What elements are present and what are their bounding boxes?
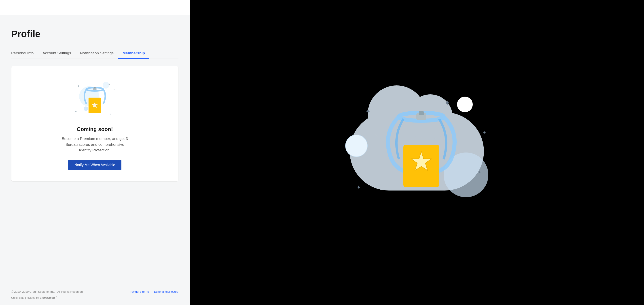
tab-membership[interactable]: Membership [118, 48, 149, 59]
providers-terms-link[interactable]: Provider's terms [128, 290, 150, 293]
right-sparkle-icon-1: ✦ [366, 108, 370, 115]
svg-rect-2 [94, 87, 96, 88]
badge-illustration [79, 83, 110, 116]
footer-links: Provider's terms - Editorial disclosure [128, 290, 178, 293]
transunion-trademark: ® [56, 296, 57, 298]
tab-personal-info[interactable]: Personal Info [11, 48, 38, 59]
big-badge-illustration [379, 103, 464, 198]
footer-separator: - [152, 290, 152, 293]
big-badge-svg [379, 103, 464, 197]
footer: © 2010–2019 Credit Sesame, Inc. | All Ri… [0, 283, 190, 305]
transunion-logo: TransUnion [40, 296, 55, 300]
tab-notification-settings[interactable]: Notification Settings [76, 48, 118, 59]
coming-soon-title: Coming soon! [77, 126, 113, 132]
left-panel: Profile Personal Info Account Settings N… [0, 0, 190, 305]
circle-left [345, 134, 368, 157]
editorial-disclosure-link[interactable]: Editorial disclosure [154, 290, 178, 293]
page-title: Profile [11, 28, 178, 39]
tabs-nav: Personal Info Account Settings Notificat… [11, 48, 178, 59]
notify-me-button[interactable]: Notify Me When Available [68, 160, 122, 170]
top-bar [0, 0, 190, 15]
tab-account-settings[interactable]: Account Settings [38, 48, 76, 59]
credit-data-row: Credit data provided by TransUnion ® [11, 296, 178, 300]
copyright-text: © 2010–2019 Credit Sesame, Inc. | All Ri… [11, 290, 83, 293]
svg-rect-7 [418, 111, 424, 115]
right-illustration: ✦ ✦ ✦ ✦ ✦ [338, 86, 495, 220]
membership-card: ✦ ✦ ✦ ✦ ✦ [11, 66, 178, 182]
right-panel: ✦ ✦ ✦ ✦ ✦ [190, 0, 644, 305]
sparkle-icon-3: ✦ [113, 88, 115, 91]
coming-soon-description: Become a Premium member, and get 3 Burea… [61, 136, 128, 153]
membership-illustration: ✦ ✦ ✦ ✦ ✦ [70, 80, 120, 120]
right-sparkle-icon-5: ✦ [483, 130, 486, 135]
sparkle-icon-4: ✦ [75, 110, 77, 113]
main-content: Profile Personal Info Account Settings N… [0, 15, 190, 283]
right-sparkle-icon-3: ✦ [356, 184, 361, 190]
credit-data-label: Credit data provided by [11, 296, 39, 300]
footer-top: © 2010–2019 Credit Sesame, Inc. | All Ri… [11, 290, 178, 293]
right-sparkle-icon-4: ✦ [478, 170, 482, 175]
